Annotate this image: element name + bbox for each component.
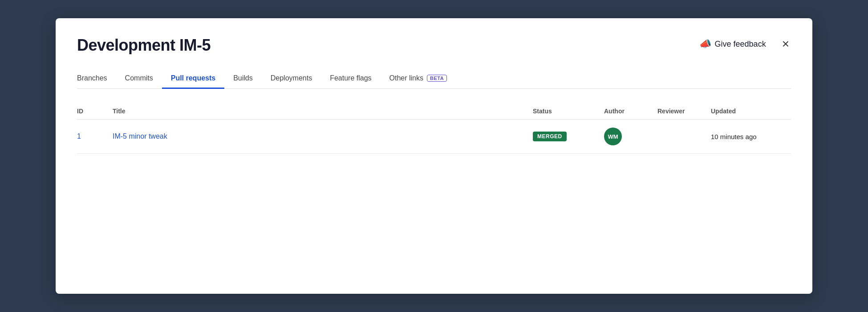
col-header-updated: Updated [711,108,791,115]
tab-branches[interactable]: Branches [77,69,116,89]
tab-builds[interactable]: Builds [224,69,262,89]
tab-deployments[interactable]: Deployments [262,69,321,89]
panel-title: Development IM-5 [77,36,211,55]
other-links-label: Other links [389,74,423,82]
status-badge: MERGED [533,132,567,141]
row-updated: 10 minutes ago [711,133,791,140]
tab-feature-flags[interactable]: Feature flags [321,69,380,89]
col-header-reviewer: Reviewer [657,108,711,115]
beta-badge: BETA [427,75,447,82]
tab-other-links[interactable]: Other links BETA [381,69,456,89]
close-button[interactable]: × [780,36,791,52]
development-panel: Development IM-5 📣 Give feedback × Branc… [56,18,812,294]
tabs-container: Branches Commits Pull requests Builds De… [77,69,791,89]
col-header-status: Status [533,108,604,115]
table-row: 1 IM-5 minor tweak MERGED WM 10 minutes … [77,120,791,154]
col-header-title: Title [113,108,533,115]
row-id[interactable]: 1 [77,132,113,140]
row-status: MERGED [533,132,604,141]
tab-pull-requests[interactable]: Pull requests [162,69,224,89]
close-icon: × [782,37,789,51]
give-feedback-button[interactable]: 📣 Give feedback [696,36,770,52]
panel-header: Development IM-5 📣 Give feedback × [77,36,791,55]
table-header: ID Title Status Author Reviewer Updated [77,103,791,120]
megaphone-icon: 📣 [699,38,711,50]
pull-requests-table: ID Title Status Author Reviewer Updated … [77,103,791,154]
row-author: WM [604,128,657,145]
feedback-label: Give feedback [715,40,766,49]
col-header-id: ID [77,108,113,115]
header-actions: 📣 Give feedback × [696,36,791,52]
backdrop: Development IM-5 📣 Give feedback × Branc… [0,0,868,312]
row-title[interactable]: IM-5 minor tweak [113,132,533,140]
col-header-author: Author [604,108,657,115]
avatar: WM [604,128,622,145]
tab-commits[interactable]: Commits [116,69,162,89]
